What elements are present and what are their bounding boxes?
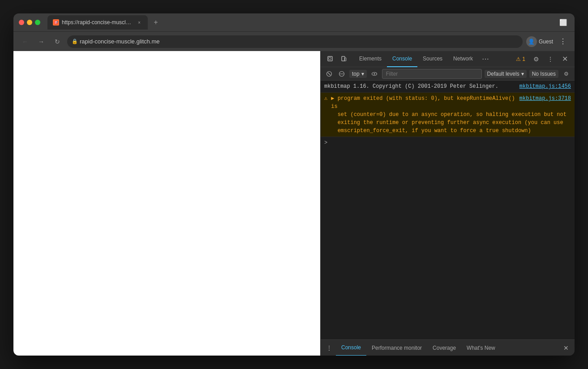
console-text: mkbitmap 1.16. Copyright (C) 2001-2019 P…: [324, 82, 571, 90]
warning-console-icon: ⚠: [324, 95, 327, 102]
devtools-close-button[interactable]: ✕: [558, 53, 571, 65]
address-input[interactable]: [67, 35, 523, 48]
devtools-topbar: Elements Console Sources Network ⋯ ⚠: [321, 51, 575, 67]
page-content: [13, 51, 320, 356]
levels-label: Default levels: [487, 71, 519, 77]
tab-favicon: 🎯: [53, 19, 59, 26]
console-warning-line: ⚠ mkbitmap.js:3718 ▶ program exited (wit…: [321, 93, 575, 137]
forward-button[interactable]: →: [35, 35, 47, 48]
new-tab-button[interactable]: +: [150, 16, 162, 29]
warning-count: 1: [522, 56, 525, 62]
console-prompt[interactable]: >: [321, 137, 575, 149]
filter-input[interactable]: [382, 69, 482, 79]
drawer-tab-whats-new[interactable]: What's New: [461, 340, 501, 356]
lock-icon: 🔒: [72, 39, 78, 44]
profile-button[interactable]: 👤 Guest: [526, 36, 553, 47]
warning-icon: ⚠: [516, 56, 521, 62]
devtools-panel: Elements Console Sources Network ⋯ ⚠: [320, 51, 575, 356]
devtools-tools: [324, 53, 350, 65]
title-bar: 🎯 https://rapid-concise-muscle.g... × + …: [13, 13, 575, 31]
ban-icon-button[interactable]: [337, 69, 347, 79]
tab-bar: 🎯 https://rapid-concise-muscle.g... × +: [47, 15, 553, 30]
devtools-actions: ⚠ 1 ⚙ ⋮ ✕: [513, 53, 571, 65]
context-selector[interactable]: top ▾: [349, 70, 367, 78]
toolbar-settings-button[interactable]: ⚙: [561, 69, 571, 79]
console-line: mkbitmap 1.16. Copyright (C) 2001-2019 P…: [321, 81, 575, 93]
traffic-lights: [19, 20, 40, 25]
warning-badge[interactable]: ⚠ 1: [513, 55, 528, 63]
console-warning-text: mkbitmap.js:3718 ▶ program exited (with …: [331, 94, 571, 135]
drawer-tab-coverage[interactable]: Coverage: [427, 340, 461, 356]
no-issues-button[interactable]: No Issues: [529, 70, 558, 78]
browser-tab[interactable]: 🎯 https://rapid-concise-muscle.g... ×: [47, 15, 148, 30]
console-link-1[interactable]: mkbitmap.js:1456: [519, 82, 571, 90]
back-button[interactable]: ←: [19, 35, 31, 48]
tab-console[interactable]: Console: [387, 51, 417, 67]
drawer-tabs: Console Performance monitor Coverage Wha…: [336, 340, 561, 356]
svg-point-9: [373, 73, 375, 74]
more-tabs-button[interactable]: ⋯: [478, 51, 493, 67]
profile-name: Guest: [539, 39, 553, 45]
device-tool-button[interactable]: [338, 53, 350, 65]
window-control-button[interactable]: ⬜: [557, 16, 569, 29]
context-label: top: [352, 71, 360, 77]
svg-line-5: [328, 73, 330, 75]
console-output[interactable]: mkbitmap 1.16. Copyright (C) 2001-2019 P…: [321, 81, 575, 339]
tab-close-button[interactable]: ×: [136, 19, 142, 26]
devtools-bottom-bar: ⋮ Console Performance monitor Coverage W…: [321, 339, 575, 356]
tab-title: https://rapid-concise-muscle.g...: [62, 19, 133, 26]
eye-button[interactable]: [369, 69, 379, 79]
address-wrapper: 🔒: [67, 35, 523, 48]
tab-elements[interactable]: Elements: [354, 51, 387, 67]
drawer-close-button[interactable]: ✕: [561, 343, 571, 353]
prompt-arrow: >: [324, 140, 327, 146]
profile-icon: 👤: [526, 36, 537, 47]
window-controls: ⬜: [557, 16, 569, 29]
devtools-tabs: Elements Console Sources Network ⋯: [354, 51, 513, 67]
drawer-tab-performance-monitor[interactable]: Performance monitor: [366, 340, 427, 356]
drawer-tab-console[interactable]: Console: [336, 340, 366, 356]
svg-rect-1: [329, 57, 331, 60]
levels-chevron-icon: ▾: [521, 71, 524, 77]
no-issues-label: No Issues: [532, 71, 556, 77]
drawer-menu-button[interactable]: ⋮: [324, 343, 334, 353]
devtools-toolbar: top ▾ Default levels ▾ No Issues: [321, 67, 575, 81]
console-link-2[interactable]: mkbitmap.js:3718: [519, 94, 571, 103]
browser-window: 🎯 https://rapid-concise-muscle.g... × + …: [13, 13, 575, 356]
settings-action-button[interactable]: ⚙: [530, 53, 542, 65]
more-options-button[interactable]: ⋮: [544, 53, 557, 65]
close-traffic-light[interactable]: [19, 20, 24, 25]
inspector-tool-button[interactable]: [324, 53, 337, 65]
refresh-button[interactable]: ↻: [51, 35, 64, 48]
main-area: Elements Console Sources Network ⋯ ⚠: [13, 51, 575, 356]
address-bar: ← → ↻ 🔒 👤 Guest ⋮: [13, 31, 575, 51]
browser-menu-button[interactable]: ⋮: [557, 35, 569, 48]
levels-selector[interactable]: Default levels ▾: [485, 70, 527, 78]
maximize-traffic-light[interactable]: [35, 20, 40, 25]
minimize-traffic-light[interactable]: [27, 20, 32, 25]
clear-console-button[interactable]: [324, 69, 334, 79]
tab-sources[interactable]: Sources: [417, 51, 448, 67]
chevron-down-icon: ▾: [361, 71, 364, 77]
tab-network[interactable]: Network: [448, 51, 478, 67]
